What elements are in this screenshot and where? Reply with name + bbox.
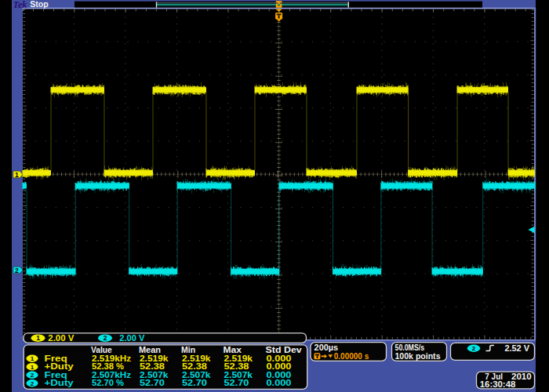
svg-text:2.507kHz: 2.507kHz [92,371,131,379]
svg-text:16:30:48: 16:30:48 [480,379,516,389]
svg-text:52.38: 52.38 [224,362,249,371]
svg-text:Mean: Mean [139,346,161,354]
svg-text:52.70: 52.70 [224,379,249,387]
svg-text:2: 2 [31,372,35,379]
svg-text:0.000: 0.000 [267,362,292,371]
svg-text:2: 2 [15,267,19,274]
svg-text:Min: Min [181,346,195,354]
svg-text:Freq: Freq [45,354,67,363]
svg-text:Tek: Tek [13,0,27,10]
svg-text:2.507k: 2.507k [182,371,211,379]
svg-text:0.000: 0.000 [267,379,292,387]
svg-text:1: 1 [36,334,40,342]
svg-text:52.38: 52.38 [140,362,165,371]
svg-text:52.38: 52.38 [182,362,207,371]
svg-text:2.507k: 2.507k [224,371,253,379]
svg-text:2.519kHz: 2.519kHz [92,354,131,363]
svg-text:52.70: 52.70 [182,379,207,387]
svg-text:+Duty: +Duty [45,362,75,371]
svg-text:2.519k: 2.519k [224,354,253,363]
svg-text:2.507k: 2.507k [140,371,169,379]
svg-text:0.000: 0.000 [267,371,292,379]
svg-text:2: 2 [31,380,35,387]
svg-text:52.38 %: 52.38 % [92,362,124,371]
svg-text:1: 1 [31,355,35,362]
svg-text:52.70: 52.70 [140,379,165,387]
svg-text:Value: Value [91,346,112,354]
svg-text:2.00 V: 2.00 V [48,333,74,343]
svg-text:2: 2 [472,345,476,352]
svg-text:52.70 %: 52.70 % [92,379,124,387]
svg-text:2.52 V: 2.52 V [504,343,529,353]
svg-text:Std Dev: Std Dev [266,346,303,354]
svg-text:0.000: 0.000 [267,354,292,363]
svg-text:Freq: Freq [45,371,67,379]
svg-text:1: 1 [15,171,19,179]
svg-text:1: 1 [31,364,35,371]
svg-text:2: 2 [104,334,107,342]
svg-text:Stop: Stop [30,0,49,9]
svg-text:Max: Max [224,346,242,354]
svg-text:2.00 V: 2.00 V [119,333,144,343]
svg-text:+Duty: +Duty [45,379,75,387]
svg-text:0.00000 s: 0.00000 s [334,351,369,361]
svg-text:100k points: 100k points [395,351,441,361]
svg-text:2.519k: 2.519k [140,354,169,363]
svg-text:2.519k: 2.519k [182,354,211,363]
